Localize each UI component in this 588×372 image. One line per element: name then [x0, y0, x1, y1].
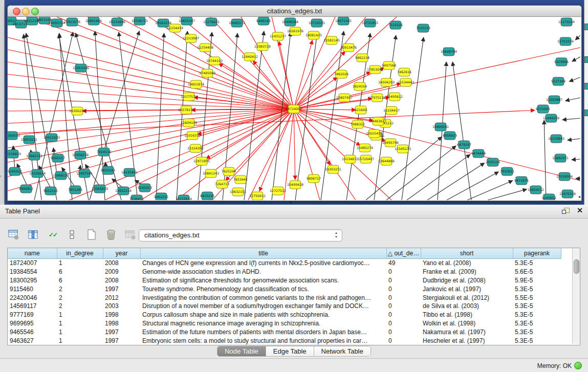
table-cell[interactable]: Genome-wide association studies in ADHD.: [140, 268, 386, 276]
graph-edge[interactable]: [569, 77, 580, 81]
vertical-scrollbar[interactable]: [572, 248, 580, 344]
table-cell[interactable]: 2: [57, 293, 103, 302]
table-cell[interactable]: 2008: [103, 259, 140, 268]
graph-edge[interactable]: [572, 159, 580, 160]
table-row[interactable]: 2242004622012Investigating the contribut…: [8, 293, 561, 302]
table-cell[interactable]: 0: [386, 311, 421, 319]
graph-edge[interactable]: [565, 98, 580, 101]
graph-edge[interactable]: [294, 109, 356, 200]
table-cell[interactable]: 5.3E-5: [513, 302, 561, 311]
table-cell[interactable]: 5.9E-5: [513, 276, 561, 285]
table-cell[interactable]: 1998: [103, 311, 140, 319]
delete-columns-icon[interactable]: [104, 228, 118, 242]
table-cell[interactable]: 18724007: [8, 259, 57, 268]
graph-edge[interactable]: [568, 139, 580, 140]
table-mode-icon[interactable]: [7, 228, 20, 242]
table-cell[interactable]: Wolkin et al. (1998): [421, 319, 513, 328]
table-cell[interactable]: 1: [57, 259, 103, 268]
table-cell[interactable]: Corpus callosum shape and size in male p…: [140, 311, 386, 319]
table-cell[interactable]: 1: [57, 327, 103, 336]
network-canvas[interactable]: 1590514824137130183121048813104240557242…: [8, 17, 580, 200]
table-source-select[interactable]: citations_edges.txt ▲▼: [139, 229, 342, 242]
table-cell[interactable]: 1: [57, 336, 103, 345]
table-cell[interactable]: 5.3E-5: [513, 285, 561, 293]
table-cell[interactable]: 5.3E-5: [513, 311, 561, 319]
column-header-in_degree[interactable]: in_degree: [57, 248, 103, 259]
column-header-pagerank[interactable]: pagerank: [513, 248, 561, 259]
table-cell[interactable]: 9699695: [8, 319, 57, 328]
table-cell[interactable]: 1997: [103, 336, 140, 345]
graph-edge[interactable]: [407, 155, 470, 200]
column-header-name[interactable]: name: [8, 248, 57, 259]
table-cell[interactable]: 1997: [103, 327, 140, 336]
graph-edge[interactable]: [8, 109, 294, 111]
table-cell[interactable]: Nakamura et al. (1997): [421, 327, 513, 336]
table-cell[interactable]: 2008: [103, 276, 140, 285]
table-cell[interactable]: 2: [57, 285, 103, 293]
table-cell[interactable]: Tibbo et al. (1998): [421, 311, 513, 319]
table-row[interactable]: 1456911722003Disruption of a novel membe…: [8, 302, 561, 311]
table-cell[interactable]: 18300295: [8, 276, 57, 285]
table-cell[interactable]: Disruption of a novel member of a sodium…: [140, 302, 386, 311]
table-cell[interactable]: 1997: [103, 285, 140, 293]
collapse-arrow-icon[interactable]: ‹: [0, 174, 2, 179]
table-cell[interactable]: Dudbridge et al. (2008): [421, 276, 513, 285]
table-cell[interactable]: Tourette syndrome. Phenomenology and cla…: [140, 285, 386, 293]
table-cell[interactable]: 2003: [103, 302, 140, 311]
table-cell[interactable]: Structural magnetic resonance image aver…: [140, 319, 386, 328]
table-cell[interactable]: 5.3E-5: [513, 336, 561, 345]
graph-edge[interactable]: [26, 17, 294, 109]
tab-edge-table[interactable]: Edge Table: [266, 346, 314, 356]
table-row[interactable]: 1938455462009Genome-wide association stu…: [8, 268, 561, 276]
table-cell[interactable]: 5.3E-5: [513, 259, 561, 268]
table-cell[interactable]: 9465546: [8, 327, 57, 336]
create-column-icon[interactable]: [85, 228, 98, 242]
table-cell[interactable]: Yano et al. (2008): [421, 259, 513, 268]
table-cell[interactable]: Franke et al. (2009): [421, 268, 513, 276]
graph-edge[interactable]: [488, 189, 527, 200]
graph-edge[interactable]: [575, 35, 580, 40]
table-panel-header[interactable]: Table Panel ✕: [0, 205, 588, 218]
table-row[interactable]: 1830029562008Estimation of significance …: [8, 276, 561, 285]
network-window[interactable]: citations_edges.txt 15905148241371301831…: [7, 5, 582, 201]
graph-edge[interactable]: [467, 181, 513, 200]
table-cell[interactable]: 19384554: [8, 268, 57, 276]
table-cell[interactable]: 6: [57, 268, 103, 276]
network-window-titlebar[interactable]: citations_edges.txt: [8, 6, 581, 17]
graph-edge[interactable]: [8, 37, 294, 109]
graph-edge[interactable]: [95, 31, 105, 200]
table-cell[interactable]: de Silva et al. (2003): [421, 302, 513, 311]
memory-status-icon[interactable]: [574, 362, 582, 369]
float-panel-icon[interactable]: [561, 207, 570, 215]
table-cell[interactable]: 6: [57, 276, 103, 285]
table-cell[interactable]: 0: [386, 268, 421, 276]
graph-edge[interactable]: [562, 118, 580, 120]
network-graph[interactable]: 1590514824137130183121048813104240557242…: [8, 17, 580, 200]
graph-edge[interactable]: [294, 109, 295, 180]
scrollbar-thumb[interactable]: [574, 259, 579, 274]
table-cell[interactable]: 0: [386, 293, 421, 302]
splitter-grip-icon[interactable]: ▾: [290, 201, 292, 205]
table-cell[interactable]: 0: [386, 302, 421, 311]
column-header-title[interactable]: title: [140, 248, 386, 259]
graph-edge[interactable]: [210, 17, 294, 109]
graph-edge[interactable]: [447, 172, 498, 200]
graph-edge[interactable]: [427, 163, 485, 200]
table-cell[interactable]: 2012: [103, 293, 140, 302]
graph-edge[interactable]: [156, 33, 164, 200]
graph-edge[interactable]: [177, 31, 187, 200]
graph-edge[interactable]: [8, 62, 294, 109]
tab-node-table[interactable]: Node Table: [217, 346, 266, 356]
graph-edge[interactable]: [544, 120, 546, 200]
show-columns-icon[interactable]: [27, 228, 40, 242]
graph-edge[interactable]: [402, 37, 424, 200]
graph-edge[interactable]: [452, 62, 471, 200]
table-cell[interactable]: Jankovic et al. (1997): [421, 285, 513, 293]
table-cell[interactable]: 0: [386, 336, 421, 345]
table-cell[interactable]: 14569117: [8, 302, 57, 311]
row-options-icon[interactable]: [66, 228, 79, 242]
table-cell[interactable]: 49: [386, 259, 421, 268]
table-cell[interactable]: 2: [57, 302, 103, 311]
table-row[interactable]: 946554611997Estimation of the future num…: [8, 327, 561, 336]
graph-edge[interactable]: [294, 109, 356, 110]
